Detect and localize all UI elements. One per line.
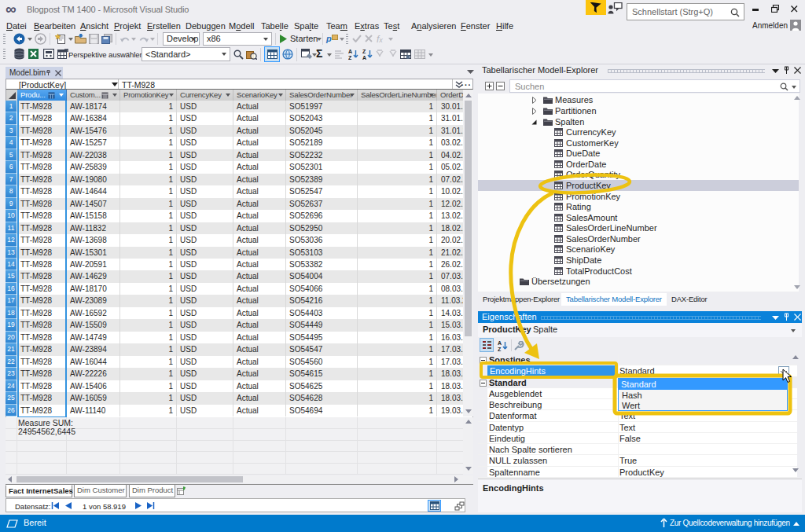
svg-text:A: A	[348, 49, 352, 54]
svg-text:Z: Z	[362, 49, 366, 54]
svg-text:A: A	[498, 340, 502, 346]
svg-text:Z: Z	[498, 347, 502, 351]
svg-text:A: A	[362, 55, 366, 60]
svg-text:Z: Z	[348, 55, 352, 60]
